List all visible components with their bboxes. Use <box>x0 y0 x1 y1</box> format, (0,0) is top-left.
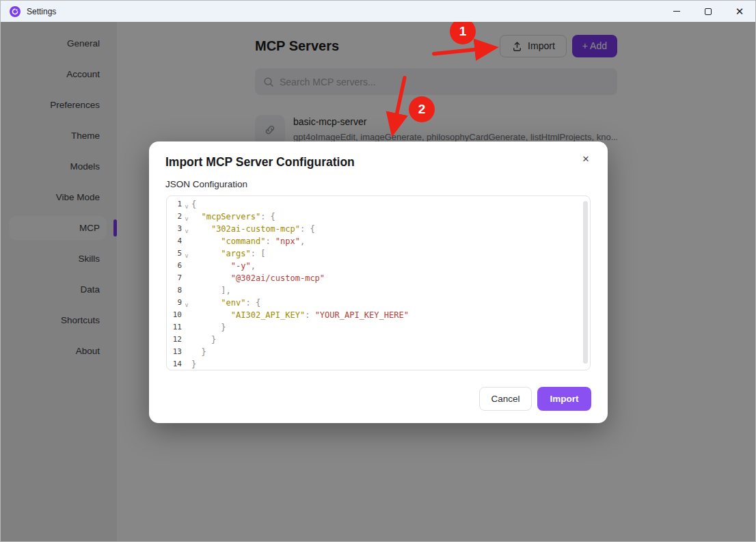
line-number: 12 <box>167 334 182 346</box>
code-text: "-y", <box>191 260 256 272</box>
fold-gutter-spacer <box>182 358 191 370</box>
line-number: 1 <box>167 198 182 211</box>
code-text: "command": "npx", <box>191 235 305 247</box>
cancel-button[interactable]: Cancel <box>479 387 532 411</box>
code-line: 9v "env": { <box>167 297 590 309</box>
settings-window: Settings ✕ GeneralAccountPreferencesThem… <box>0 0 756 542</box>
fold-chevron-icon[interactable]: v <box>182 297 191 309</box>
code-text: } <box>191 321 226 334</box>
code-text: "mcpServers": { <box>191 211 275 223</box>
line-number: 7 <box>167 272 182 284</box>
line-number: 6 <box>167 260 182 272</box>
code-line: 10 "AI302_API_KEY": "YOUR_API_KEY_HERE" <box>167 309 590 321</box>
fold-chevron-icon[interactable]: v <box>182 247 191 260</box>
maximize-button[interactable] <box>692 1 724 22</box>
close-icon: ✕ <box>735 6 744 16</box>
code-line: 3v "302ai-custom-mcp": { <box>167 223 590 235</box>
window-title: Settings <box>27 7 56 16</box>
code-text: ], <box>191 284 231 297</box>
fold-chevron-icon[interactable]: v <box>182 211 191 223</box>
fold-gutter-spacer <box>182 309 191 321</box>
line-number: 2 <box>167 211 182 223</box>
line-number: 8 <box>167 284 182 297</box>
code-line: 11 } <box>167 321 590 334</box>
code-line: 8 ], <box>167 284 590 297</box>
line-number: 11 <box>167 321 182 334</box>
code-line: 12 } <box>167 334 590 346</box>
import-mcp-modal: Import MCP Server Configuration × JSON C… <box>149 141 608 423</box>
code-line: 7 "@302ai/custom-mcp" <box>167 272 590 284</box>
line-number: 9 <box>167 297 182 309</box>
code-line: 5v "args": [ <box>167 247 590 260</box>
code-text: } <box>191 334 216 346</box>
modal-title: Import MCP Server Configuration <box>165 155 355 170</box>
minimize-button[interactable] <box>661 1 692 22</box>
code-text: "args": [ <box>191 247 265 260</box>
fold-gutter-spacer <box>182 334 191 346</box>
line-number: 3 <box>167 223 182 235</box>
close-icon: × <box>582 152 589 166</box>
fold-gutter-spacer <box>182 321 191 334</box>
line-number: 4 <box>167 235 182 247</box>
code-text: "env": { <box>191 297 260 309</box>
fold-gutter-spacer <box>182 260 191 272</box>
code-line: 2v "mcpServers": { <box>167 211 590 223</box>
close-window-button[interactable]: ✕ <box>724 1 755 22</box>
titlebar: Settings ✕ <box>1 1 755 22</box>
json-editor[interactable]: 1v{2v "mcpServers": {3v "302ai-custom-mc… <box>166 195 591 370</box>
fold-gutter-spacer <box>182 284 191 297</box>
modal-import-button[interactable]: Import <box>537 387 591 411</box>
code-line: 13 } <box>167 346 590 358</box>
minimize-icon <box>673 11 680 12</box>
code-lines: 1v{2v "mcpServers": {3v "302ai-custom-mc… <box>167 196 590 370</box>
fold-gutter-spacer <box>182 235 191 247</box>
code-line: 6 "-y", <box>167 260 590 272</box>
line-number: 14 <box>167 358 182 370</box>
line-number: 5 <box>167 247 182 260</box>
maximize-icon <box>705 8 712 15</box>
code-text: } <box>191 358 196 370</box>
editor-scrollbar[interactable] <box>583 201 588 364</box>
code-text: { <box>191 198 196 211</box>
code-text: "302ai-custom-mcp": { <box>191 223 315 235</box>
line-number: 10 <box>167 309 182 321</box>
fold-chevron-icon[interactable]: v <box>182 198 191 211</box>
app-logo-icon <box>10 6 21 17</box>
code-line: 1v{ <box>167 198 590 211</box>
code-line: 4 "command": "npx", <box>167 235 590 247</box>
fold-chevron-icon[interactable]: v <box>182 223 191 235</box>
code-text: "AI302_API_KEY": "YOUR_API_KEY_HERE" <box>191 309 409 321</box>
fold-gutter-spacer <box>182 346 191 358</box>
fold-gutter-spacer <box>182 272 191 284</box>
code-text: "@302ai/custom-mcp" <box>191 272 325 284</box>
line-number: 13 <box>167 346 182 358</box>
code-text: } <box>191 346 206 358</box>
json-configuration-label: JSON Configuration <box>165 179 247 189</box>
code-line: 14} <box>167 358 590 370</box>
modal-close-button[interactable]: × <box>578 151 594 167</box>
